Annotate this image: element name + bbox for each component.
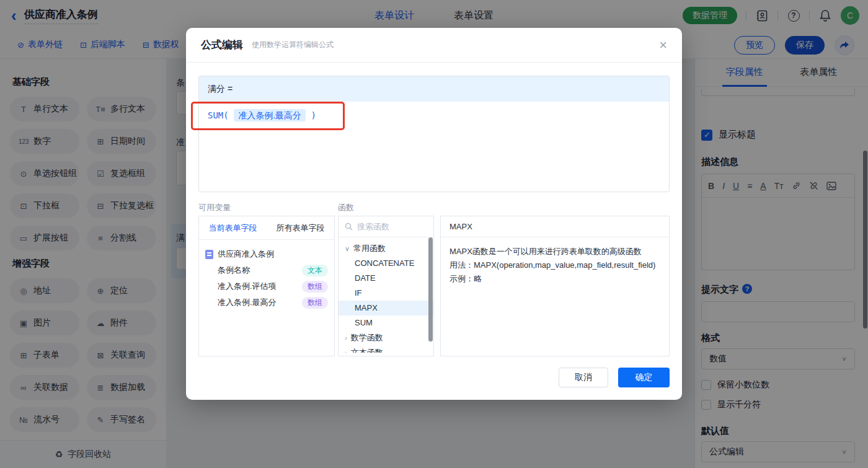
variable-name: 准入条例.评估项 <box>218 281 277 292</box>
tab-current-form-fields[interactable]: 当前表单字段 <box>209 223 257 234</box>
function-item-date[interactable]: DATE <box>339 271 433 286</box>
function-list-scrollbar[interactable] <box>428 237 433 342</box>
variable-form-node[interactable]: 供应商准入条例 <box>205 246 328 262</box>
function-item-sum[interactable]: SUM <box>339 316 433 330</box>
cancel-button[interactable]: 取消 <box>559 368 608 387</box>
formula-close-paren: ) <box>311 110 316 120</box>
function-item-concatenate[interactable]: CONCATENATE <box>339 256 433 271</box>
function-usage: 用法：MAPX(operation,map_value,map_field,re… <box>450 258 660 272</box>
formula-editor[interactable]: 满分 = SUM( 准入条例.最高分 ) <box>198 76 670 192</box>
modal-title: 公式编辑 <box>201 38 243 52</box>
function-search-input[interactable] <box>357 222 419 231</box>
chevron-down-icon: ∨ <box>345 245 350 253</box>
variable-name: 准入条例.最高分 <box>218 297 277 308</box>
modal-subtitle: 使用数学运算符编辑公式 <box>252 40 334 50</box>
group-label: 文本函数 <box>351 347 383 353</box>
formula-edit-modal: 公式编辑 使用数学运算符编辑公式 × 满分 = SUM( 准入条例.最高分 ) … <box>186 28 682 400</box>
type-badge-text: 文本 <box>302 265 328 276</box>
formula-code[interactable]: SUM( 准入条例.最高分 ) <box>199 102 669 130</box>
close-icon[interactable]: × <box>659 38 667 52</box>
function-detail-panel: MAPX MAPX函数是一个可以用来进行跨表单取数的高级函数 用法：MAPX(o… <box>440 216 670 356</box>
functions-panel: ∨ 常用函数 CONCATENATE DATE IF MAPX SUM › 数学… <box>338 216 434 356</box>
variable-item[interactable]: 条例名称 文本 <box>205 262 328 278</box>
form-doc-icon <box>205 250 213 259</box>
type-badge-array: 数组 <box>302 281 328 293</box>
function-group-math[interactable]: › 数学函数 <box>339 330 433 345</box>
function-item-if[interactable]: IF <box>339 286 433 301</box>
variables-panel: 当前表单字段 所有表单字段 供应商准入条例 条例名称 文本 准入条例.评估项 数… <box>198 216 335 356</box>
variable-item[interactable]: 准入条例.评估项 数组 <box>205 278 328 294</box>
functions-label: 函数 <box>338 202 354 213</box>
group-label: 数学函数 <box>351 332 383 343</box>
group-label: 常用函数 <box>353 243 386 254</box>
function-description: MAPX函数是一个可以用来进行跨表单取数的高级函数 <box>450 245 660 258</box>
type-badge-array: 数组 <box>302 297 328 309</box>
function-group-textfn[interactable]: › 文本函数 <box>339 345 433 353</box>
variable-item[interactable]: 准入条例.最高分 数组 <box>205 294 328 311</box>
variable-name: 条例名称 <box>218 265 250 276</box>
formula-function: SUM( <box>208 110 229 120</box>
formula-field-chip[interactable]: 准入条例.最高分 <box>234 109 306 121</box>
function-example: 示例：略 <box>450 272 660 286</box>
function-group-common[interactable]: ∨ 常用函数 <box>339 241 433 256</box>
formula-target: 满分 = <box>199 76 669 102</box>
function-item-mapx[interactable]: MAPX <box>339 301 433 316</box>
variables-label: 可用变量 <box>198 202 231 213</box>
chevron-right-icon: › <box>345 334 347 342</box>
confirm-button[interactable]: 确定 <box>618 368 670 387</box>
tab-all-form-fields[interactable]: 所有表单字段 <box>277 223 325 234</box>
chevron-right-icon: › <box>345 349 347 353</box>
form-node-label: 供应商准入条例 <box>218 249 274 260</box>
function-detail-title: MAPX <box>441 216 669 237</box>
search-icon <box>345 223 353 231</box>
